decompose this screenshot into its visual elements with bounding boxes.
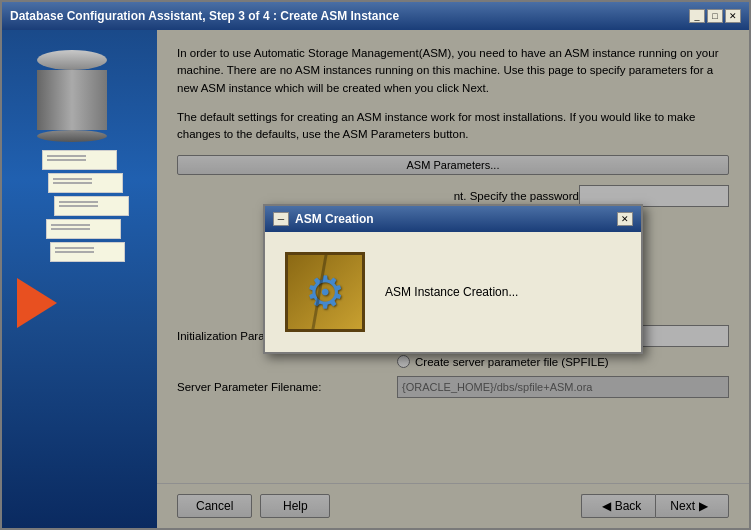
cylinder-body [37, 70, 107, 130]
document-2 [48, 173, 123, 193]
modal-close-button[interactable]: ✕ [617, 212, 633, 226]
main-window: Database Configuration Assistant, Step 3… [0, 0, 751, 530]
maximize-button[interactable]: □ [707, 9, 723, 23]
title-bar-buttons: _ □ ✕ [689, 9, 741, 23]
document-3 [54, 196, 129, 216]
cylinder-graphic [32, 50, 112, 140]
modal-overlay: ─ ASM Creation ✕ ASM Instance Creation..… [157, 30, 749, 528]
close-button[interactable]: ✕ [725, 9, 741, 23]
document-4 [46, 219, 121, 239]
gear-box [285, 252, 365, 332]
window-title: Database Configuration Assistant, Step 3… [10, 9, 399, 23]
title-bar: Database Configuration Assistant, Step 3… [2, 2, 749, 30]
arrow-graphic [17, 278, 57, 328]
document-5 [50, 242, 125, 262]
modal-title: ASM Creation [295, 212, 374, 226]
modal-message: ASM Instance Creation... [385, 285, 518, 299]
document-stack [42, 150, 129, 265]
content-wrapper: In order to use Automatic Storage Manage… [157, 30, 749, 528]
cylinder-bottom [37, 130, 107, 142]
modal-title-bar: ─ ASM Creation ✕ [265, 206, 641, 232]
modal-minimize-button[interactable]: ─ [273, 212, 289, 226]
modal-window: ─ ASM Creation ✕ ASM Instance Creation..… [263, 204, 643, 354]
document-1 [42, 150, 117, 170]
sidebar [2, 30, 157, 528]
minimize-button[interactable]: _ [689, 9, 705, 23]
cylinder-top [37, 50, 107, 70]
asm-creation-icon [285, 252, 365, 332]
content-area: In order to use Automatic Storage Manage… [2, 30, 749, 528]
modal-content: ASM Instance Creation... [265, 232, 641, 352]
